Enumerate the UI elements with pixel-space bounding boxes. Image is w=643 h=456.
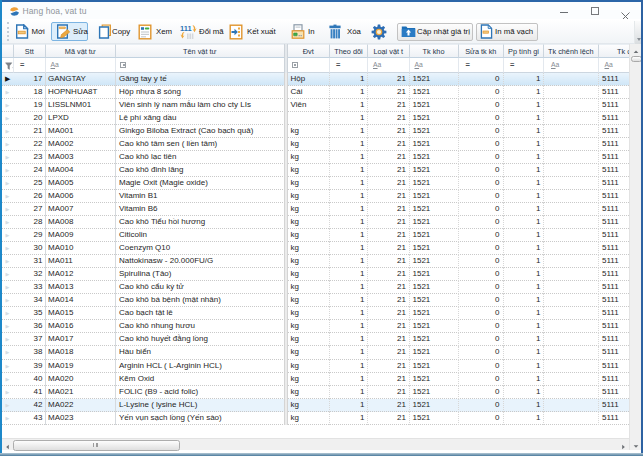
svg-text:111: 111	[180, 24, 192, 33]
